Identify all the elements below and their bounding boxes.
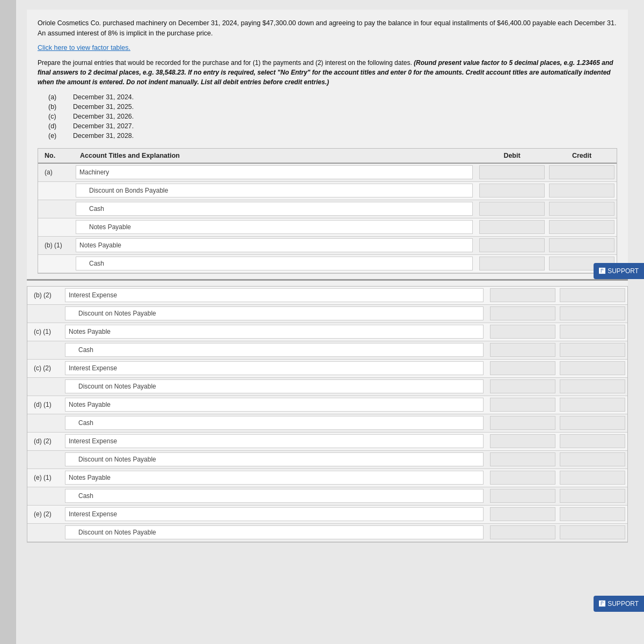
row-debit-interest-d2 [488, 433, 558, 449]
debit-input-interest-d2[interactable] [490, 434, 555, 448]
table-row [38, 255, 617, 273]
debit-input-discount-d2[interactable] [490, 452, 555, 466]
row-debit-notes-e1 [488, 470, 558, 486]
credit-input-interest-c2[interactable] [560, 361, 625, 375]
row-account-notes-b1 [76, 238, 477, 252]
account-input-interest-d2[interactable] [65, 434, 484, 448]
account-input-discount-e2[interactable] [65, 525, 484, 539]
account-input-interest-c2[interactable] [65, 361, 484, 375]
date-text-c: December 31, 2026. [73, 113, 134, 120]
top-section: Oriole Cosmetics Co. purchased machinery… [27, 10, 628, 279]
header-no: No. [38, 152, 76, 159]
credit-input-interest-d2[interactable] [560, 434, 625, 448]
account-input-machinery[interactable] [76, 165, 473, 179]
debit-input-notes-c1[interactable] [490, 325, 555, 339]
credit-input-discount-bonds[interactable] [549, 184, 614, 197]
account-input-discount-c2[interactable] [65, 379, 484, 393]
table-row: (a) [38, 164, 617, 182]
credit-input-interest-b2[interactable] [560, 288, 625, 302]
credit-input-cash-c1[interactable] [560, 343, 625, 357]
credit-input-discount-e2[interactable] [560, 525, 625, 539]
credit-input-cash-d1[interactable] [560, 416, 625, 430]
credit-input-discount-d2[interactable] [560, 452, 625, 466]
row-debit-discount-e2 [488, 524, 558, 540]
debit-input-cash-d1[interactable] [490, 416, 555, 430]
account-input-notes-e1[interactable] [65, 471, 484, 485]
row-account-cash-e1 [65, 489, 488, 503]
debit-input-notes-d1[interactable] [490, 398, 555, 412]
table-row: (d) (2) [27, 433, 627, 451]
support-icon-top: 🅿 [599, 267, 605, 275]
debit-input-cash-e1[interactable] [490, 489, 555, 503]
account-input-notes-b1[interactable] [76, 238, 473, 252]
row-account-discount-bonds [76, 184, 477, 197]
row-debit-notes-b1 [477, 237, 547, 253]
date-label-b: (b) [48, 103, 64, 111]
credit-input-machinery[interactable] [549, 165, 614, 179]
credit-input-cash-e1[interactable] [560, 489, 625, 503]
credit-input-notes-d1[interactable] [560, 398, 625, 412]
row-credit-cash-d1 [558, 415, 627, 431]
credit-input-discount-b2[interactable] [560, 306, 625, 320]
instruction-text: Prepare the journal entries that would b… [38, 58, 617, 87]
row-account-interest-e2 [65, 507, 488, 521]
account-input-discount-b2[interactable] [65, 306, 484, 320]
account-input-cash-c1[interactable] [65, 343, 484, 357]
account-input-cash-e1[interactable] [65, 489, 484, 503]
account-input-interest-e2[interactable] [65, 507, 484, 521]
lower-section: (b) (2) [27, 281, 628, 543]
debit-input-discount-e2[interactable] [490, 525, 555, 539]
debit-input-cash-a[interactable] [479, 202, 545, 216]
support-button-top[interactable]: 🅿 SUPPORT [594, 263, 644, 279]
credit-input-notes-c1[interactable] [560, 325, 625, 339]
debit-input-notes-a[interactable] [479, 220, 545, 234]
account-input-cash-b1[interactable] [76, 257, 473, 270]
debit-input-interest-e2[interactable] [490, 507, 555, 521]
row-account-notes-d1 [65, 398, 488, 412]
date-label-a: (a) [48, 93, 64, 101]
credit-input-notes-e1[interactable] [560, 471, 625, 485]
debit-input-cash-c1[interactable] [490, 343, 555, 357]
row-debit-discount-c2 [488, 378, 558, 394]
row-debit-notes-d1 [488, 397, 558, 413]
credit-input-interest-e2[interactable] [560, 507, 625, 521]
account-input-notes-d1[interactable] [65, 398, 484, 412]
row-account-discount-b2 [65, 306, 488, 320]
debit-input-notes-e1[interactable] [490, 471, 555, 485]
credit-input-cash-a[interactable] [549, 202, 614, 216]
support-button-bottom[interactable]: 🅿 SUPPORT [594, 596, 644, 612]
account-input-discount-d2[interactable] [65, 452, 484, 466]
credit-input-notes-b1[interactable] [549, 238, 614, 252]
table-row: (b) (1) [38, 237, 617, 255]
row-no-d1: (d) (1) [27, 401, 65, 408]
credit-input-discount-c2[interactable] [560, 379, 625, 393]
row-debit-machinery [477, 164, 547, 180]
row-account-interest-b2 [65, 288, 488, 302]
support-label-bottom: SUPPORT [608, 600, 639, 608]
debit-input-cash-b1[interactable] [479, 257, 545, 270]
debit-input-discount-bonds[interactable] [479, 184, 545, 197]
account-input-notes-c1[interactable] [65, 325, 484, 339]
debit-input-discount-c2[interactable] [490, 379, 555, 393]
account-input-cash-d1[interactable] [65, 416, 484, 430]
debit-input-notes-b1[interactable] [479, 238, 545, 252]
row-debit-interest-e2 [488, 506, 558, 522]
factor-tables-link[interactable]: Click here to view factor tables. [38, 44, 617, 52]
table-header: No. Account Titles and Explanation Debit… [38, 149, 617, 164]
account-input-notes-a[interactable] [76, 220, 473, 234]
debit-input-interest-b2[interactable] [490, 288, 555, 302]
date-label-c: (c) [48, 113, 64, 120]
support-icon-bottom: 🅿 [599, 600, 605, 608]
debit-input-machinery[interactable] [479, 165, 545, 179]
table-row [27, 524, 627, 542]
credit-input-notes-a[interactable] [549, 220, 614, 234]
account-input-interest-b2[interactable] [65, 288, 484, 302]
account-input-cash-a[interactable] [76, 202, 473, 216]
debit-input-interest-c2[interactable] [490, 361, 555, 375]
date-item-e: (e) December 31, 2028. [48, 132, 617, 140]
debit-input-discount-b2[interactable] [490, 306, 555, 320]
row-debit-cash-c1 [488, 342, 558, 358]
page-wrapper: Oriole Cosmetics Co. purchased machinery… [0, 0, 644, 644]
row-debit-cash-d1 [488, 415, 558, 431]
account-input-discount-bonds[interactable] [76, 184, 473, 197]
